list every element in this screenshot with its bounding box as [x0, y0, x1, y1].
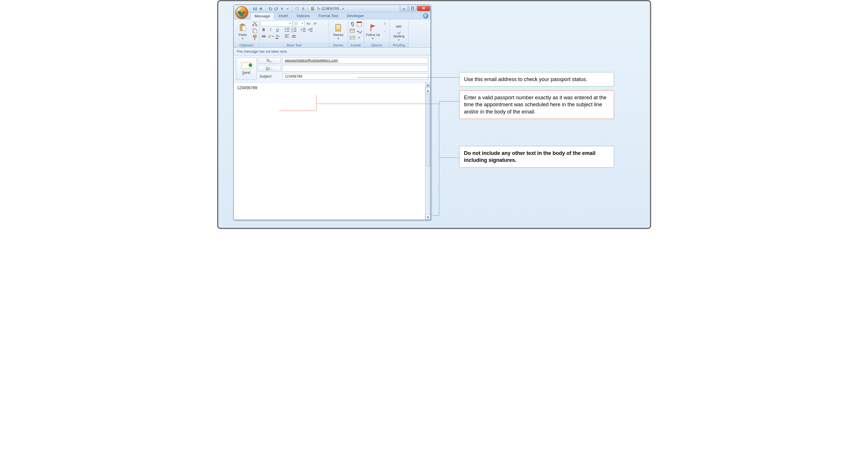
attach-icon[interactable]: [301, 6, 305, 11]
subject-field[interactable]: 123456789: [282, 73, 428, 80]
window-title: 123456789 ...: [321, 7, 342, 11]
tab-format-text[interactable]: Format Text: [314, 12, 342, 19]
group-proofing-label: Proofing: [390, 43, 408, 48]
numbering-button[interactable]: 123: [291, 27, 297, 33]
subject-label: Subject:: [258, 73, 281, 80]
svg-rect-20: [254, 37, 255, 40]
tab-developer[interactable]: Developer: [342, 12, 368, 19]
delete-icon[interactable]: ✕: [280, 6, 284, 11]
calendar-button[interactable]: [356, 21, 363, 27]
svg-rect-38: [310, 31, 312, 31]
ruler-toggle-icon[interactable]: ▤: [426, 83, 431, 88]
svg-rect-7: [311, 7, 314, 10]
highlight-button[interactable]: ▾: [268, 33, 274, 39]
insert-more-button[interactable]: ▾: [356, 34, 363, 41]
flag-icon: [369, 23, 378, 32]
tab-options[interactable]: Options: [292, 12, 314, 19]
low-importance-button[interactable]: ↓: [382, 28, 388, 34]
window-buttons: [400, 6, 431, 11]
print-icon[interactable]: [258, 6, 263, 11]
scroll-down-icon[interactable]: ▼: [426, 215, 431, 220]
send-button[interactable]: Send: [236, 57, 257, 80]
svg-rect-8: [312, 7, 313, 8]
svg-rect-41: [285, 37, 289, 37]
close-button[interactable]: [417, 6, 430, 11]
redo-icon[interactable]: [274, 6, 279, 11]
ribbon: Paste ▾ Clipboard ▾ 11▾: [234, 20, 431, 48]
svg-rect-36: [310, 28, 312, 28]
high-importance-button[interactable]: !: [382, 21, 388, 27]
vertical-scrollbar[interactable]: ▤ ▲ ▼: [425, 83, 431, 220]
business-card-button[interactable]: [349, 34, 355, 41]
scroll-thumb[interactable]: [426, 93, 430, 166]
callout-email-address: Use this email address to check your pas…: [459, 72, 614, 87]
save-icon[interactable]: [253, 6, 257, 11]
svg-rect-26: [286, 31, 289, 32]
svg-point-25: [285, 31, 285, 32]
header-fields: Send To... passportstatus@ustraveldocs.c…: [234, 56, 431, 83]
names-button[interactable]: Names ▾: [330, 21, 347, 42]
paste-label: Paste: [239, 33, 247, 36]
spelling-button[interactable]: ABC Spelling ▾: [391, 21, 407, 42]
office-button[interactable]: [236, 6, 248, 19]
callout-no-other-text: Do not include any other text in the bod…: [459, 146, 614, 167]
bullets-button[interactable]: [284, 27, 290, 33]
grow-font-button[interactable]: A▴: [305, 21, 312, 26]
format-painter-button[interactable]: [252, 34, 258, 41]
scroll-up-icon[interactable]: ▲: [426, 88, 431, 93]
svg-rect-45: [336, 27, 340, 28]
cc-field[interactable]: [282, 65, 428, 71]
svg-point-23: [285, 30, 285, 30]
svg-rect-2: [254, 9, 256, 10]
decrease-indent-button[interactable]: [300, 27, 306, 33]
follow-up-button[interactable]: Follow Up ▾: [365, 21, 381, 42]
font-color-button[interactable]: A▾: [275, 33, 281, 39]
signature-button[interactable]: [356, 28, 363, 34]
group-basic-text-label: Basic Text: [259, 43, 329, 48]
to-field[interactable]: passportstatus@ustraveldocs.com: [282, 57, 428, 64]
clear-formatting-button[interactable]: [291, 33, 297, 39]
italic-button[interactable]: I: [268, 27, 274, 33]
cut-button[interactable]: [252, 21, 258, 27]
font-size-combo[interactable]: 11▾: [293, 21, 305, 26]
underline-button[interactable]: U: [275, 27, 281, 33]
message-body[interactable]: 123456789: [234, 83, 425, 220]
tab-message[interactable]: Message: [250, 12, 275, 20]
svg-rect-43: [336, 24, 341, 31]
attach-file-button[interactable]: [349, 21, 355, 27]
minimize-button[interactable]: [400, 6, 408, 11]
check-names-icon[interactable]: [316, 6, 321, 11]
help-icon[interactable]: ?: [423, 13, 428, 19]
follow-up-label: Follow Up: [366, 33, 380, 36]
to-button[interactable]: To...: [258, 57, 281, 64]
svg-text:3: 3: [291, 31, 292, 33]
svg-rect-10: [403, 9, 405, 9]
undo-icon[interactable]: [268, 6, 273, 11]
align-left-button[interactable]: [284, 33, 290, 39]
maximize-button[interactable]: [408, 6, 416, 11]
tab-insert[interactable]: Insert: [274, 12, 292, 19]
svg-rect-1: [254, 7, 256, 8]
group-include: ▾ Include: [348, 20, 364, 48]
copy-button[interactable]: [252, 28, 258, 34]
outlook-window: ✕ ✓ ! ↓ » 123456789 ... M: [234, 5, 431, 220]
paste-button[interactable]: Paste ▾: [235, 21, 251, 42]
attach-item-button[interactable]: [349, 28, 355, 34]
callout-passport-number: Enter a valid passport number exactly as…: [459, 90, 614, 119]
address-book-icon[interactable]: [310, 6, 315, 11]
font-name-combo[interactable]: ▾: [260, 21, 292, 26]
group-options-label: Options: [364, 43, 390, 48]
bold-button[interactable]: B: [260, 27, 267, 33]
cc-button[interactable]: Cc...: [258, 65, 281, 71]
svg-rect-51: [352, 38, 354, 38]
group-names-label: Names: [329, 43, 348, 48]
shrink-font-button[interactable]: A▾: [312, 21, 318, 26]
increase-indent-button[interactable]: [307, 27, 313, 33]
spellcheck-icon[interactable]: ✓: [285, 6, 290, 11]
svg-rect-46: [336, 28, 340, 29]
instruction-frame: ✕ ✓ ! ↓ » 123456789 ... M: [217, 0, 651, 229]
strikethrough-button[interactable]: ab: [260, 33, 267, 39]
new-mail-icon[interactable]: [295, 6, 300, 11]
svg-rect-4: [260, 7, 261, 8]
group-clipboard: Paste ▾ Clipboard: [234, 20, 259, 48]
